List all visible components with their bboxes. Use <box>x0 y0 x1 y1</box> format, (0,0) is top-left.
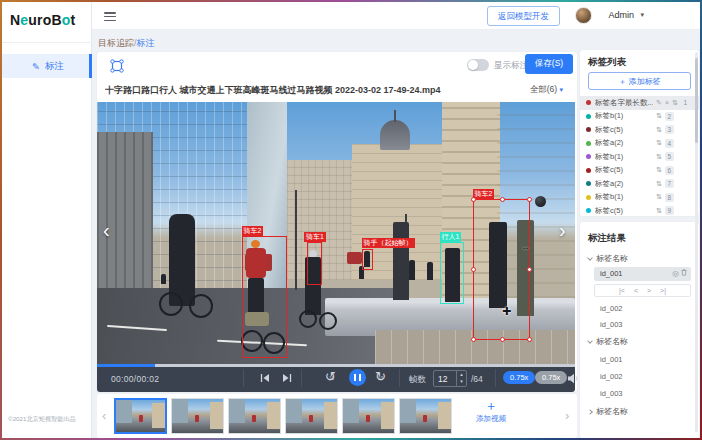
tag-color-dot <box>586 208 591 213</box>
pager-last-icon[interactable]: >| <box>660 285 666 296</box>
move-tag-icon[interactable]: ⇅ <box>656 180 662 188</box>
result-item[interactable]: id_003 <box>594 387 691 401</box>
resize-handle[interactable] <box>527 337 532 342</box>
move-tag-icon[interactable]: ⇅ <box>672 99 678 107</box>
thumbnail-frame-2[interactable] <box>171 398 224 434</box>
tag-row[interactable]: 标签b(1)⇅5 <box>580 150 699 164</box>
tag-label: 标签c(5) <box>595 125 653 135</box>
locate-icon[interactable]: ◎ <box>672 269 679 278</box>
move-tag-icon[interactable]: ⇅ <box>656 126 662 134</box>
tag-row[interactable]: 标签c(5)⇅6 <box>580 164 699 178</box>
thumbnail-frame-3[interactable] <box>228 398 281 434</box>
thumbnail-frame-1[interactable] <box>114 398 167 434</box>
add-tag-button[interactable]: ＋ 添加标签 <box>588 72 691 90</box>
progress-bar[interactable] <box>97 364 575 367</box>
back-to-model-dev-button[interactable]: 返回模型开发 <box>487 6 560 26</box>
save-button[interactable]: 保存(S) <box>525 54 573 74</box>
breadcrumb-parent[interactable]: 目标追踪 <box>98 38 134 48</box>
next-frame-icon[interactable] <box>281 373 293 383</box>
breadcrumb-current[interactable]: 标注 <box>137 38 155 48</box>
result-item[interactable]: id_002 <box>594 370 691 384</box>
show-annotation-toggle[interactable] <box>467 59 489 71</box>
resize-handle[interactable] <box>471 267 476 272</box>
trash-icon[interactable] <box>681 269 687 278</box>
tag-label: 标签c(5) <box>595 165 653 175</box>
move-tag-icon[interactable]: ⇅ <box>656 112 662 120</box>
sidebar-item-annotate[interactable]: ✎ 标注 <box>2 54 92 78</box>
annotation-box[interactable]: 骑手（起始帧） <box>362 249 373 270</box>
result-item-selected[interactable]: id_001 ◎ <box>594 267 691 281</box>
prev-video-chevron[interactable]: ‹ <box>103 220 110 240</box>
result-item[interactable]: id_001 <box>594 353 691 367</box>
resize-handle[interactable] <box>527 267 532 272</box>
result-group-header[interactable]: 标签名称 <box>588 406 628 417</box>
annotation-box[interactable]: 行人1 <box>440 242 464 304</box>
scene-dome <box>380 120 410 150</box>
move-tag-icon[interactable]: ⇅ <box>656 193 662 201</box>
tag-shortcut-badge: 3 <box>665 125 674 134</box>
tag-color-dot <box>586 195 591 200</box>
pause-button[interactable] <box>349 369 366 386</box>
filter-dropdown[interactable]: 全部(6) ▾ <box>530 84 563 96</box>
video-canvas[interactable]: 骑车2 骑车1 骑手（起始帧） 行人1 骑车2 ✚ <box>97 102 575 364</box>
edit-tag-icon[interactable]: ✎ <box>656 99 662 107</box>
collapse-menu-icon[interactable] <box>104 12 116 21</box>
tag-row[interactable]: 标签c(5)⇅9 <box>580 204 699 218</box>
annotation-box-selected[interactable]: 骑车2 <box>473 199 530 340</box>
frame-count-label: 帧数 <box>409 374 426 386</box>
bbox-tool-icon[interactable] <box>109 58 125 74</box>
result-item[interactable]: id_002 <box>594 302 691 316</box>
prev-frame-icon[interactable] <box>259 373 271 383</box>
result-group-header[interactable]: 标签名称 <box>588 253 628 264</box>
annotation-box[interactable]: 骑车2 <box>242 236 287 358</box>
resize-handle[interactable] <box>471 337 476 342</box>
delete-tag-icon[interactable]: × <box>665 99 669 106</box>
tag-row[interactable]: 标签b(1)⇅8 <box>580 191 699 205</box>
copyright-text: ©2021北京矩视智能出品 <box>8 415 88 424</box>
thumbs-prev-chevron[interactable]: ‹ <box>102 408 106 423</box>
annotation-box[interactable]: 骑车1 <box>307 242 322 285</box>
username-label[interactable]: Admin <box>608 10 634 20</box>
pager-prev-icon[interactable]: < <box>634 285 638 296</box>
move-tag-icon[interactable]: ⇅ <box>656 207 662 215</box>
speed-secondary-pill[interactable]: 0.75x <box>535 371 567 384</box>
move-tag-icon[interactable]: ⇅ <box>656 153 662 161</box>
skip-back-icon[interactable]: ↺10 <box>325 370 339 386</box>
pager-first-icon[interactable]: |< <box>619 285 625 296</box>
tag-label: 标签a(2) <box>595 138 653 148</box>
add-video-button[interactable]: ＋ 添加视频 <box>455 398 527 434</box>
frame-number-value[interactable]: 12 <box>438 374 447 384</box>
move-tag-icon[interactable]: ⇅ <box>656 139 662 147</box>
skip-forward-icon[interactable]: ↻10 <box>375 370 389 386</box>
tag-shortcut-badge: 9 <box>665 206 674 215</box>
tag-row[interactable]: 标签a(2)⇅7 <box>580 177 699 191</box>
thumbs-next-chevron[interactable]: › <box>565 408 569 423</box>
frame-number-stepper[interactable]: 12 ▴▾ <box>433 370 467 387</box>
move-tag-icon[interactable]: ⇅ <box>656 166 662 174</box>
result-item[interactable]: id_003 <box>594 318 691 332</box>
pedestrian-figure <box>409 260 415 280</box>
scrollbar-thumb[interactable] <box>695 58 698 143</box>
tag-row[interactable]: 标签c(5)⇅3 <box>580 123 699 137</box>
group-name: 标签名称 <box>596 336 628 347</box>
tag-row[interactable]: 标签b(1)⇅2 <box>580 110 699 124</box>
thumbnail-frame-6[interactable] <box>399 398 452 434</box>
resize-handle[interactable] <box>500 337 505 342</box>
bicycle-wheel <box>189 294 213 318</box>
pedestrian-figure <box>161 274 166 284</box>
resize-handle[interactable] <box>471 197 476 202</box>
pager-next-icon[interactable]: > <box>647 285 651 296</box>
next-video-chevron[interactable]: › <box>559 220 566 240</box>
tag-row[interactable]: 标签名字最长数... ✎ × ⇅ 1 <box>580 96 699 110</box>
tag-row[interactable]: 标签a(2)⇅4 <box>580 137 699 151</box>
result-group-header[interactable]: 标签名称 <box>588 336 628 347</box>
avatar[interactable] <box>575 7 592 24</box>
stepper-arrows-icon[interactable]: ▴▾ <box>456 371 466 386</box>
resize-handle[interactable] <box>500 197 505 202</box>
panel-scrollbar[interactable] <box>695 52 698 432</box>
thumbnail-frame-5[interactable] <box>342 398 395 434</box>
volume-icon[interactable] <box>567 373 580 384</box>
resize-handle[interactable] <box>527 197 532 202</box>
speed-active-pill[interactable]: 0.75x <box>503 371 535 384</box>
thumbnail-frame-4[interactable] <box>285 398 338 434</box>
